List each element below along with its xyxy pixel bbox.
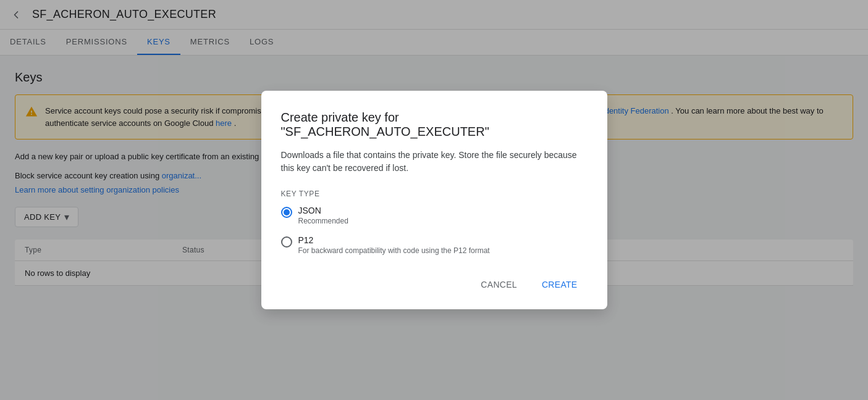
cancel-button[interactable]: CANCEL <box>471 275 527 294</box>
p12-option[interactable]: P12 For backward compatibility with code… <box>281 235 588 255</box>
p12-label: P12 For backward compatibility with code… <box>298 235 490 255</box>
create-button[interactable]: CREATE <box>532 275 588 294</box>
p12-label-sub: For backward compatibility with code usi… <box>298 246 490 255</box>
dialog-title: Create private key for "SF_ACHERON_AUTO_… <box>281 110 588 139</box>
json-radio[interactable] <box>281 207 292 218</box>
json-option[interactable]: JSON Recommended <box>281 206 588 225</box>
create-key-dialog: Create private key for "SF_ACHERON_AUTO_… <box>261 91 607 309</box>
json-label-sub: Recommended <box>298 217 348 225</box>
json-label-main: JSON <box>298 206 348 215</box>
key-type-label: Key type <box>281 190 588 198</box>
p12-label-main: P12 <box>298 235 490 245</box>
modal-overlay: Create private key for "SF_ACHERON_AUTO_… <box>0 0 868 400</box>
dialog-description: Downloads a file that contains the priva… <box>281 149 588 175</box>
p12-radio[interactable] <box>281 236 292 248</box>
json-label: JSON Recommended <box>298 206 348 225</box>
dialog-actions: CANCEL CREATE <box>281 275 588 294</box>
